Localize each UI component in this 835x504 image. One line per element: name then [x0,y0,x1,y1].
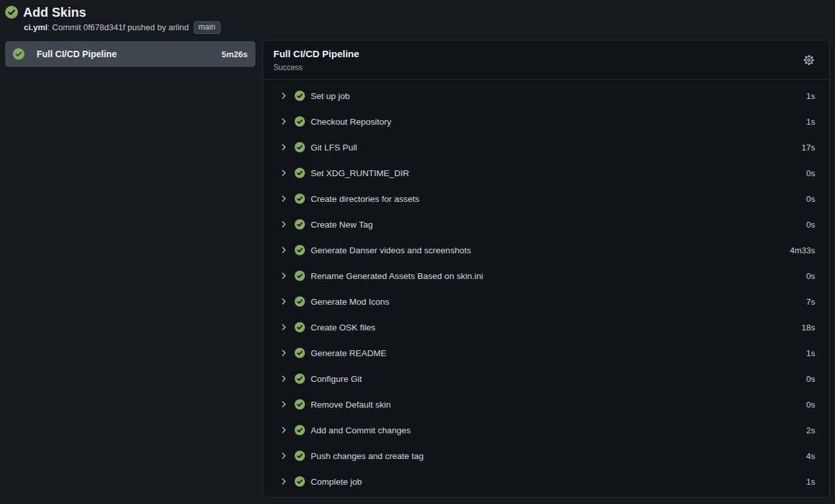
job-success-check-icon [13,48,24,60]
chevron-right-icon[interactable] [279,117,288,126]
chevron-right-icon[interactable] [279,477,288,486]
step-name: Set up job [311,91,806,101]
step-row[interactable]: Remove Default skin 0s [263,392,829,417]
step-duration: 18s [802,323,815,332]
gear-icon[interactable] [802,53,816,68]
chevron-right-icon[interactable] [279,246,288,255]
commit-summary: : Commit 0f678d341f pushed by arlind [48,22,189,32]
step-duration: 0s [806,400,815,410]
job-panel-header: Full CI/CD Pipeline Success [263,40,829,80]
chevron-right-icon[interactable] [279,168,288,177]
step-success-check-icon [295,116,305,127]
job-detail-panel: Full CI/CD Pipeline Success [262,40,830,498]
step-duration: 0s [806,168,815,178]
job-duration: 5m26s [222,50,248,59]
chevron-right-icon[interactable] [279,220,288,229]
step-row[interactable]: Generate Mod Icons 7s [263,289,829,314]
step-name: Generate Mod Icons [311,297,806,307]
job-panel-title: Full CI/CD Pipeline [273,48,359,60]
step-duration: 1s [806,477,815,487]
step-row[interactable]: Push changes and create tag 4s [263,443,829,469]
sidebar-job-full-ci-cd-pipeline[interactable]: Full CI/CD Pipeline 5m26s [5,41,255,67]
step-duration: 17s [802,143,815,152]
step-row[interactable]: Add and Commit changes 2s [263,417,829,443]
step-name: Add and Commit changes [311,426,806,435]
step-success-check-icon [295,271,305,281]
step-row[interactable]: Set XDG_RUNTIME_DIR 0s [263,160,829,186]
step-row[interactable]: Generate Danser videos and screenshots 4… [263,237,829,263]
jobs-sidebar: Full CI/CD Pipeline 5m26s [5,40,255,67]
step-name: Configure Git [311,374,806,384]
chevron-right-icon[interactable] [279,400,288,409]
step-row[interactable]: Checkout Repository 1s [263,109,829,134]
step-success-check-icon [295,374,305,384]
step-success-check-icon [295,451,305,461]
step-row[interactable]: Complete job 1s [263,469,829,494]
step-duration: 0s [806,374,815,384]
step-name: Generate README [311,348,806,358]
step-row[interactable]: Configure Git 0s [263,366,829,392]
steps-list: Set up job 1s Checkout Repository 1s [263,80,829,497]
step-success-check-icon [295,194,305,204]
chevron-right-icon[interactable] [279,426,288,435]
step-name: Create directories for assets [311,194,806,204]
step-duration: 0s [806,271,815,281]
step-success-check-icon [295,399,305,410]
step-row[interactable]: Create directories for assets 0s [263,186,829,212]
chevron-right-icon[interactable] [279,143,288,152]
branch-badge[interactable]: main [194,21,221,34]
chevron-right-icon[interactable] [279,451,288,460]
step-name: Git LFS Pull [311,143,802,152]
step-row[interactable]: Git LFS Pull 17s [263,134,829,160]
step-success-check-icon [295,425,305,435]
step-name: Set XDG_RUNTIME_DIR [311,168,806,178]
chevron-right-icon[interactable] [279,194,288,203]
step-name: Push changes and create tag [311,451,806,461]
chevron-right-icon[interactable] [279,91,288,100]
step-row[interactable]: Set up job 1s [263,83,829,109]
job-name: Full CI/CD Pipeline [37,49,216,59]
chevron-right-icon[interactable] [279,297,288,306]
step-duration: 4m33s [790,246,815,255]
step-row[interactable]: Create OSK files 18s [263,314,829,340]
chevron-right-icon[interactable] [279,348,288,357]
step-name: Create OSK files [311,323,802,332]
step-duration: 2s [806,426,815,435]
step-row[interactable]: Create New Tag 0s [263,212,829,237]
step-success-check-icon [295,142,305,152]
job-status-text: Success [273,62,359,73]
chevron-right-icon[interactable] [279,323,288,332]
step-success-check-icon [295,476,305,487]
step-duration: 1s [806,348,815,358]
step-success-check-icon [295,91,305,101]
workflow-file-name[interactable]: ci.yml [24,22,48,32]
step-name: Complete job [311,477,806,487]
step-success-check-icon [295,245,305,255]
step-name: Remove Default skin [311,400,806,410]
step-name: Generate Danser videos and screenshots [311,246,790,255]
step-name: Checkout Repository [311,117,806,127]
chevron-right-icon[interactable] [279,271,288,280]
run-subtitle: ci.yml: Commit 0f678d341f pushed by arli… [24,21,829,34]
step-duration: 0s [806,220,815,230]
step-duration: 4s [806,451,815,461]
step-success-check-icon [295,322,305,332]
step-duration: 1s [806,91,815,101]
step-success-check-icon [295,296,305,307]
run-success-check-icon [5,6,18,19]
step-success-check-icon [295,348,305,358]
run-header: Add Skins ci.yml: Commit 0f678d341f push… [0,0,835,34]
step-name: Rename Generated Assets Based on skin.in… [311,271,806,281]
step-duration: 7s [806,297,815,307]
step-success-check-icon [295,168,305,178]
step-row[interactable]: Rename Generated Assets Based on skin.in… [263,263,829,289]
step-duration: 1s [806,117,815,127]
run-title: Add Skins [23,4,86,21]
step-success-check-icon [295,219,305,230]
step-duration: 0s [806,194,815,204]
step-row[interactable]: Generate README 1s [263,340,829,366]
step-name: Create New Tag [311,220,806,230]
chevron-right-icon[interactable] [279,374,288,383]
